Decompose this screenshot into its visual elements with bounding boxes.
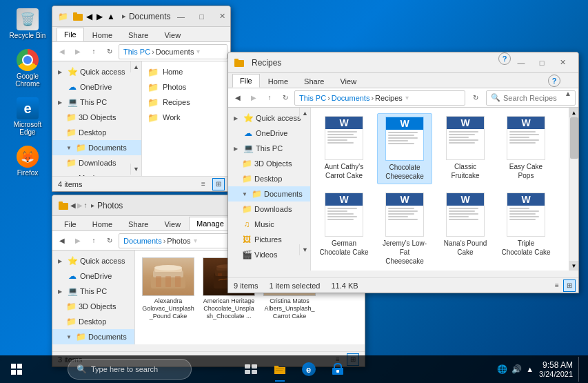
nav-onedrive[interactable]: ☁ OneDrive (52, 79, 141, 95)
list-item[interactable]: 📁 Home (142, 64, 230, 79)
ribbon-minimize-btn[interactable]: ▲ (562, 88, 574, 99)
nav-scroll-up[interactable]: ▲ (130, 61, 141, 72)
home-tab[interactable]: Home (85, 217, 120, 230)
nav-desktop[interactable]: 📁 Desktop (52, 125, 141, 140)
nav-forward-icon[interactable]: ▶ (97, 11, 103, 22)
show-desktop-btn[interactable] (578, 357, 582, 382)
file-tab[interactable]: File (57, 217, 84, 230)
list-item[interactable]: 📁 Recipes (142, 95, 230, 110)
nav-thispc[interactable]: ▶ 💻 This PC (52, 284, 134, 299)
forward-title-btn[interactable]: ▶ (77, 202, 83, 209)
forward-button[interactable]: ▶ (71, 234, 85, 248)
details-view-btn[interactable]: ⊞ (212, 178, 225, 190)
nav-onedrive[interactable]: ☁ OneDrive (52, 268, 134, 284)
photo-item-0[interactable]: Alexandra Golovac_Unsplash_Pound Cake (141, 256, 196, 321)
maximize-button[interactable]: □ (192, 6, 212, 27)
detail-view-btn[interactable]: ≡ (551, 279, 563, 292)
address-field[interactable]: This PC › Documents ▾ (119, 44, 227, 59)
recycle-bin-icon[interactable]: 🗑️ Recycle Bin (6, 6, 50, 42)
refresh-button[interactable]: ↻ (103, 45, 116, 59)
recipe-item-3[interactable]: W Easy Cake Pops (498, 113, 554, 184)
address-field[interactable]: This PC › Documents › Recipes ▾ (294, 90, 465, 106)
start-button[interactable] (0, 355, 33, 383)
forward-button[interactable]: ▶ (247, 91, 261, 105)
home-tab[interactable]: Home (85, 28, 120, 41)
list-item[interactable]: 📁 Photos (142, 79, 230, 95)
minimize-button[interactable]: — (511, 52, 531, 73)
refresh-button[interactable]: ↻ (103, 234, 116, 248)
scroll-thumb[interactable] (570, 117, 578, 159)
back-button[interactable]: ◀ (55, 45, 69, 59)
back-button[interactable]: ◀ (55, 234, 69, 248)
maximize-button[interactable]: □ (531, 52, 552, 73)
nav-documents[interactable]: ▼ 📁 Documents (52, 329, 134, 344)
recipe-item-0[interactable]: W Aunt Cathy's Carrot Cake (316, 113, 372, 184)
nav-3dobjects[interactable]: 📁 3D Objects (52, 110, 141, 125)
recipe-item-7[interactable]: W Triple Chocolate Cake (498, 190, 554, 268)
recipe-item-4[interactable]: W German Chocolate Cake (316, 190, 372, 268)
nav-scroll-down[interactable]: ▼ (130, 164, 141, 175)
nav-videos[interactable]: 🎬 Videos (228, 247, 310, 262)
up-button[interactable]: ↑ (263, 91, 276, 105)
nav-thispc[interactable]: ▶ 💻 This PC (228, 141, 310, 156)
home-tab[interactable]: Home (261, 75, 296, 88)
crumb-documents[interactable]: Documents (332, 94, 370, 102)
crumb-thispc[interactable]: This PC (123, 48, 150, 56)
taskbar-search[interactable]: 🔍 Type here to search (68, 359, 192, 380)
refresh-addr-btn[interactable]: ↻ (467, 91, 484, 105)
volume-icon[interactable]: 🔊 (511, 364, 522, 374)
network-icon[interactable]: 🌐 (497, 364, 507, 374)
forward-button[interactable]: ▶ (71, 45, 85, 59)
scroll-up-btn[interactable]: ▲ (569, 108, 579, 117)
help-btn[interactable]: ? (548, 75, 560, 87)
list-view-btn[interactable]: ≡ (197, 178, 210, 190)
icon-view-btn[interactable]: ⊞ (563, 279, 576, 292)
nav-desktop[interactable]: 📁 Desktop (52, 314, 134, 329)
up-button[interactable]: ↑ (87, 234, 101, 248)
minimize-button[interactable]: — (171, 6, 192, 27)
view-tab[interactable]: View (156, 28, 188, 41)
list-item[interactable]: 📁 Work (142, 110, 230, 125)
scroll-down-btn[interactable]: ▼ (569, 261, 579, 271)
firefox-icon[interactable]: 🦊 Firefox (6, 143, 50, 179)
crumb-recipes[interactable]: Recipes (375, 94, 403, 102)
nav-desktop[interactable]: 📁 Desktop (228, 171, 310, 186)
up-button[interactable]: ↑ (87, 45, 101, 59)
view-tab[interactable]: View (156, 217, 188, 230)
recipe-item-6[interactable]: W Nana's Pound Cake (438, 190, 493, 268)
up-title-btn[interactable]: ↑ (84, 202, 88, 209)
refresh-button[interactable]: ↻ (278, 91, 292, 105)
crumb-thispc[interactable]: This PC (299, 94, 326, 102)
nav-back-icon[interactable]: ◀ (86, 11, 92, 22)
nav-up-icon[interactable]: ▲ (107, 11, 115, 22)
nav-pictures[interactable]: 🖼 Pictures (228, 232, 310, 247)
recipe-item-2[interactable]: W Classic Fruitcake (438, 113, 493, 184)
nav-scroll-down[interactable]: ▼ (299, 244, 310, 255)
nav-downloads[interactable]: 📁 Downloads (52, 155, 141, 170)
share-tab[interactable]: Share (121, 217, 156, 230)
edge-taskbar-btn[interactable]: e (295, 355, 323, 383)
nav-scroll-up[interactable]: ▲ (299, 108, 310, 119)
back-button[interactable]: ◀ (231, 91, 245, 105)
nav-downloads[interactable]: 📁 Downloads (228, 202, 310, 217)
nav-quick-access[interactable]: ▶ ⭐ Quick access (228, 110, 310, 126)
nav-3dobjects[interactable]: 📁 3D Objects (52, 299, 134, 314)
file-tab[interactable]: File (57, 28, 84, 41)
crumb-documents[interactable]: Documents (156, 48, 194, 56)
nav-documents[interactable]: ▼ 📁 Documents (52, 140, 141, 155)
recipe-item-5[interactable]: W Jeremy's Low-Fat Cheesecake (377, 190, 432, 268)
chrome-icon[interactable]: Google Chrome (6, 46, 50, 90)
back-title-btn[interactable]: ◀ (70, 202, 76, 209)
nav-quick-access[interactable]: ▶ ⭐ Quick access (52, 253, 134, 268)
tray-datetime[interactable]: 9:58 AM 3/24/2021 (539, 360, 573, 378)
close-button[interactable]: ✕ (212, 6, 231, 27)
share-tab[interactable]: Share (121, 28, 156, 41)
battery-icon[interactable]: ▲ (526, 365, 534, 373)
vertical-scrollbar[interactable]: ▲ ▼ (569, 108, 578, 271)
file-explorer-taskbar-btn[interactable] (266, 355, 294, 383)
crumb-documents[interactable]: Documents (123, 237, 162, 245)
share-tab[interactable]: Share (296, 75, 332, 88)
recipe-item-1[interactable]: W Chocolate Cheesecake (377, 113, 432, 184)
help-button[interactable]: ? (498, 52, 511, 65)
close-button[interactable]: ✕ (552, 52, 573, 73)
